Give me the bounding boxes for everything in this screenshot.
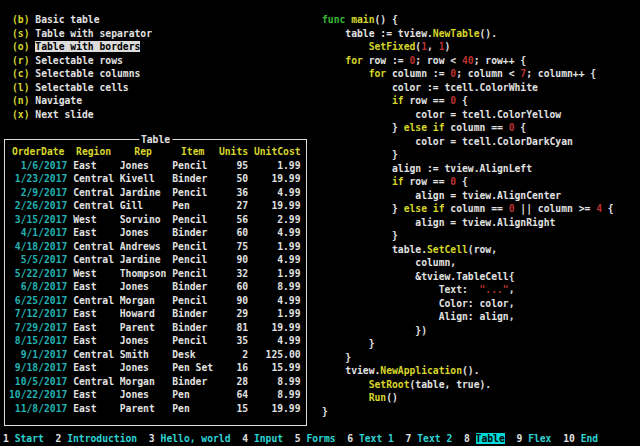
status-slide-flex[interactable]: 9 Flex (516, 433, 551, 444)
menu-item-label: Selectable rows (35, 55, 123, 66)
table-cell: Jones (120, 388, 167, 402)
table-cell: 64 (219, 388, 248, 402)
menu-item-shortcut: (x) (12, 109, 30, 120)
code-token: tview. (322, 365, 380, 376)
table-row: 9/18/2017EastJonesPen Set1615.99 (9, 361, 304, 375)
menu-item-selectable-cells[interactable]: (l) Selectable cells (12, 81, 152, 95)
table-cell: Central (73, 375, 114, 389)
menu-item-label: Table with separator (35, 28, 152, 39)
menu-item-selectable-columns[interactable]: (c) Selectable columns (12, 67, 152, 81)
status-slide-input[interactable]: 4 Input (242, 433, 283, 444)
menu-item-selectable-rows[interactable]: (r) Selectable rows (12, 54, 152, 68)
status-slide-label: Forms (306, 433, 335, 444)
status-slide-forms[interactable]: 5 Forms (295, 433, 336, 444)
code-line: for row := 0; row < 40; row++ { (322, 54, 614, 68)
code-token: 40 (462, 55, 474, 66)
code-token: (table, true). (410, 379, 492, 390)
menu-item-table-with-separator[interactable]: (s) Table with separator (12, 27, 152, 41)
table-cell: Pencil (172, 267, 213, 281)
code-token: || column >= (515, 203, 597, 214)
code-token (322, 41, 369, 52)
code-token: } (322, 203, 404, 214)
code-token: &tview.TableCell{ (322, 271, 514, 282)
menu-item-next-slide[interactable]: (x) Next slide (12, 108, 152, 122)
table-cell: Jones (120, 361, 167, 375)
status-slide-number: 8 (464, 433, 470, 444)
status-slide-number: 3 (149, 433, 155, 444)
table-row: 7/12/2017EastHowardBinder291.99 (9, 307, 304, 321)
code-token: column == (445, 122, 509, 133)
status-slide-label: Hello, world (161, 433, 231, 444)
status-bar: 1 Start2 Introduction3 Hello, world4 Inp… (3, 432, 610, 446)
table-cell: Pen (172, 199, 213, 213)
table-cell: 8.99 (254, 388, 301, 402)
code-token: table. (322, 244, 427, 255)
table-header-row: OrderDateRegionRepItemUnitsUnitCost (9, 145, 304, 159)
status-slide-number: 9 (516, 433, 522, 444)
status-slide-start[interactable]: 1 Start (3, 433, 44, 444)
table-cell: 19.99 (254, 172, 301, 186)
table-cell: 15 (219, 402, 248, 416)
table-cell: East (73, 226, 114, 240)
table-cell: 2/9/2017 (9, 186, 67, 200)
table-cell: Andrews (120, 240, 167, 254)
table-row: 2/26/2017CentralGillPen2719.99 (9, 199, 304, 213)
code-token: { (602, 203, 614, 214)
table-cell: 60 (219, 280, 248, 294)
code-token: color = tcell.ColorYellow (322, 109, 561, 120)
table-cell: 15.99 (254, 361, 301, 375)
menu-item-label: Table with borders (35, 41, 140, 52)
status-slide-number: 10 (563, 433, 575, 444)
table-cell: Pen Set (172, 361, 213, 375)
code-line: Run() (322, 391, 614, 405)
table-row: 10/22/2017EastJonesPen648.99 (9, 388, 304, 402)
table-cell: 4/18/2017 (9, 240, 67, 254)
status-slide-number: 7 (406, 433, 412, 444)
code-token: "..." (479, 284, 508, 295)
table-cell: Central (73, 348, 114, 362)
status-slide-label: Start (15, 433, 44, 444)
status-slide-number: 2 (56, 433, 62, 444)
code-token: Color: color, (322, 298, 514, 309)
table-cell: 27 (219, 199, 248, 213)
table-panel: Table OrderDateRegionRepItemUnitsUnitCos… (4, 139, 307, 426)
code-token (322, 95, 392, 106)
status-slide-table[interactable]: 8 Table (464, 433, 505, 444)
menu-item-basic-table[interactable]: (b) Basic table (12, 13, 152, 27)
table-cell: 4.99 (254, 226, 301, 240)
menu-item-label: Selectable columns (35, 68, 140, 79)
table-cell: 56 (219, 213, 248, 227)
status-slide-text-1[interactable]: 6 Text 1 (347, 433, 394, 444)
code-token: align = tview.AlignCenter (322, 190, 561, 201)
table-cell: 75 (219, 240, 248, 254)
status-slide-text-2[interactable]: 7 Text 2 (406, 433, 453, 444)
code-token: Text: (322, 284, 479, 295)
table-cell: Smith (120, 348, 167, 362)
code-line: } (322, 337, 614, 351)
table-cell: 36 (219, 186, 248, 200)
menu-item-label: Selectable cells (35, 82, 128, 93)
code-line: color = tcell.ColorYellow (322, 108, 614, 122)
code-token: row == (404, 176, 451, 187)
code-token: NewApplication (380, 365, 462, 376)
code-token: SetCell (427, 244, 468, 255)
code-line: } else if column == 0 || column >= 4 { (322, 202, 614, 216)
table-cell: 1.99 (254, 159, 301, 173)
table-cell: East (73, 334, 114, 348)
status-slide-introduction[interactable]: 2 Introduction (56, 433, 138, 444)
menu-item-navigate[interactable]: (n) Navigate (12, 94, 152, 108)
code-line: Align: align, (322, 310, 614, 324)
table-cell: 4/1/2017 (9, 226, 67, 240)
status-slide-hello-world[interactable]: 3 Hello, world (149, 433, 231, 444)
table-cell: Parent (120, 321, 167, 335)
table-cell: Parent (120, 402, 167, 416)
menu-item-table-with-borders[interactable]: (o) Table with borders (12, 40, 152, 54)
table-cell: 2/26/2017 (9, 199, 67, 213)
table-cell: Desk (172, 348, 213, 362)
code-token: SetFixed (369, 41, 416, 52)
status-slide-end[interactable]: 10 End (563, 433, 598, 444)
table-cell: Pencil (172, 186, 213, 200)
status-slide-label: Flex (528, 433, 551, 444)
table-cell: 7/12/2017 (9, 307, 67, 321)
code-token: ; column < (456, 68, 520, 79)
